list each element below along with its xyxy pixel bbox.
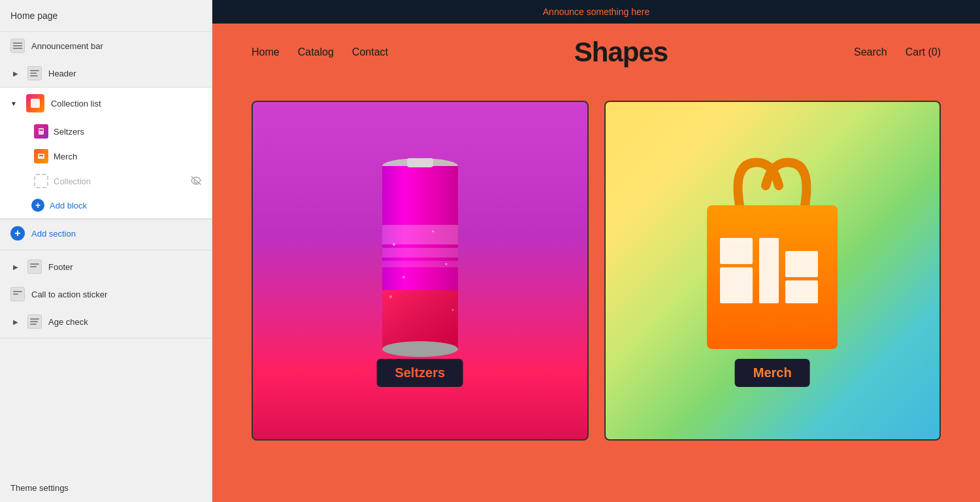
main-content: Announce something here Home Catalog Con…	[212, 0, 980, 502]
svg-rect-19	[382, 290, 458, 349]
svg-point-23	[382, 341, 458, 357]
store-header: Home Catalog Contact Shapes Search Cart …	[212, 24, 980, 81]
svg-rect-20	[382, 225, 458, 244]
age-check-icon	[27, 314, 42, 329]
store-nav: Home Catalog Contact	[252, 46, 388, 58]
svg-rect-16	[30, 324, 37, 325]
collection-ghost-icon	[34, 174, 48, 188]
svg-point-29	[389, 295, 392, 298]
svg-point-30	[451, 309, 453, 311]
call-to-action-icon	[10, 287, 25, 301]
merch-card-label: Merch	[735, 359, 810, 387]
merch-icon	[34, 149, 48, 163]
announcement-bar-label: Announcement bar	[31, 41, 103, 51]
collection-ghost-label: Collection	[54, 176, 91, 186]
svg-rect-33	[720, 238, 753, 264]
visibility-toggle-icon[interactable]	[191, 176, 201, 187]
store-logo: Shapes	[574, 37, 668, 68]
collection-list-section: ▼ Collection list Seltzers Merch Collect…	[0, 87, 212, 219]
sidebar-divider-2	[0, 338, 212, 339]
collection-card-merch[interactable]: Merch	[604, 101, 941, 441]
age-check-label: Age check	[48, 317, 88, 327]
svg-point-25	[393, 243, 395, 246]
store-actions: Search Cart (0)	[854, 46, 941, 58]
header-expand-icon: ▶	[10, 68, 21, 78]
theme-settings[interactable]: Theme settings	[0, 474, 212, 502]
sidebar-item-merch[interactable]: Merch	[0, 144, 212, 169]
merch-label: Merch	[54, 152, 77, 161]
svg-rect-3	[30, 70, 39, 71]
add-section-plus-icon: +	[10, 226, 25, 241]
add-block-plus-icon: +	[31, 199, 44, 212]
add-block-label: Add block	[50, 201, 87, 210]
footer-label: Footer	[48, 262, 73, 272]
collection-list-label: Collection list	[51, 99, 101, 109]
svg-rect-36	[785, 251, 818, 277]
add-section-button[interactable]: + Add section	[0, 219, 212, 247]
svg-rect-1	[13, 45, 22, 46]
merch-image	[606, 102, 940, 439]
collection-card-seltzers[interactable]: Seltzers	[252, 101, 589, 441]
sidebar-item-seltzers[interactable]: Seltzers	[0, 119, 212, 144]
sidebar-item-announcement-bar[interactable]: Announcement bar	[0, 32, 212, 59]
sidebar-item-call-to-action[interactable]: Call to action sticker	[0, 280, 212, 308]
sidebar: Home page Announcement bar ▶ Header ▼ Co…	[0, 0, 212, 502]
header-icon	[27, 66, 42, 80]
sidebar-item-header[interactable]: ▶ Header	[0, 59, 212, 87]
announcement-bar: Announce something here	[212, 0, 980, 24]
sidebar-divider-1	[0, 250, 212, 250]
svg-rect-11	[30, 266, 37, 267]
svg-rect-35	[759, 238, 779, 303]
call-to-action-label: Call to action sticker	[31, 290, 107, 299]
svg-rect-10	[30, 263, 39, 265]
svg-rect-2	[13, 48, 22, 49]
svg-point-27	[402, 276, 405, 278]
collection-list-icon	[26, 94, 44, 112]
seltzers-label: Seltzers	[54, 127, 84, 137]
sidebar-item-collection[interactable]: Collection	[0, 169, 212, 193]
svg-rect-14	[30, 318, 39, 320]
seltzers-image	[253, 102, 587, 439]
svg-rect-4	[30, 73, 37, 74]
sidebar-item-footer[interactable]: ▶ Footer	[0, 253, 212, 280]
sidebar-home-page: Home page	[0, 0, 212, 32]
svg-rect-37	[785, 280, 818, 303]
nav-catalog[interactable]: Catalog	[298, 46, 334, 58]
svg-rect-24	[407, 158, 433, 167]
collection-list-header[interactable]: ▼ Collection list	[0, 88, 212, 119]
svg-point-26	[445, 263, 447, 265]
svg-rect-5	[30, 75, 38, 76]
age-check-expand-icon: ▶	[10, 316, 21, 327]
announcement-bar-icon	[10, 39, 25, 53]
seltzers-card-label: Seltzers	[376, 359, 463, 387]
add-section-label: Add section	[31, 229, 76, 239]
svg-rect-6	[39, 128, 44, 135]
svg-rect-9	[39, 155, 43, 156]
sidebar-item-age-check[interactable]: ▶ Age check	[0, 308, 212, 335]
collection-ghost-left: Collection	[34, 174, 91, 188]
collection-grid: Seltzers	[212, 81, 980, 467]
nav-home[interactable]: Home	[252, 46, 280, 58]
svg-rect-7	[39, 129, 43, 131]
add-block-button[interactable]: + Add block	[0, 193, 212, 218]
svg-rect-12	[13, 291, 22, 292]
svg-rect-21	[382, 248, 458, 258]
footer-expand-icon: ▶	[10, 261, 21, 272]
svg-rect-13	[13, 293, 18, 295]
nav-contact[interactable]: Contact	[352, 46, 388, 58]
svg-rect-34	[720, 267, 753, 303]
svg-rect-15	[30, 321, 38, 322]
seltzers-icon	[34, 124, 48, 139]
collection-list-chevron: ▼	[10, 100, 17, 107]
footer-icon	[27, 259, 42, 274]
announcement-text: Announce something here	[543, 7, 649, 17]
store-search[interactable]: Search	[854, 46, 887, 58]
svg-point-28	[432, 231, 434, 233]
svg-rect-0	[13, 42, 22, 44]
store-cart[interactable]: Cart (0)	[906, 46, 941, 58]
header-label: Header	[48, 69, 76, 78]
